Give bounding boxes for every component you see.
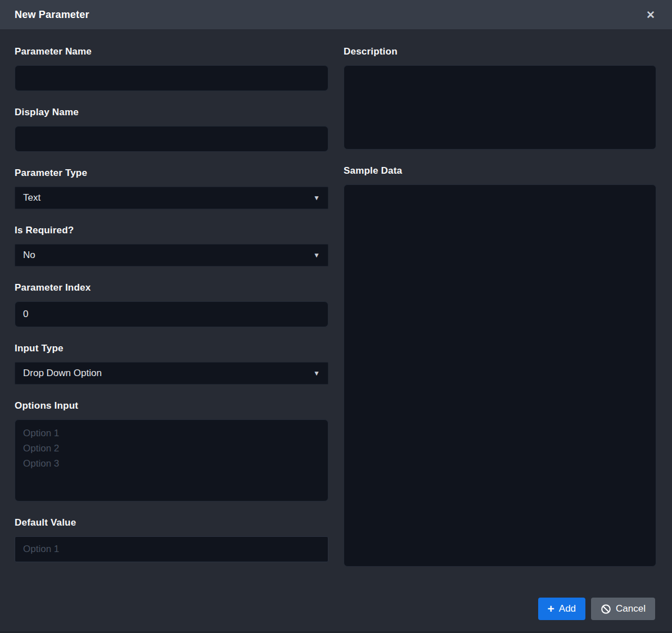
field-group-sample-data: Sample Data	[344, 165, 656, 567]
add-button[interactable]: + Add	[538, 598, 586, 620]
parameter-type-select[interactable]: Text ▼	[15, 187, 328, 209]
options-input-label: Options Input	[15, 400, 328, 412]
dialog-body: Parameter Name Display Name Parameter Ty…	[0, 29, 672, 567]
field-group-display-name: Display Name	[15, 107, 328, 152]
default-value-label: Default Value	[15, 517, 328, 528]
parameter-name-label: Parameter Name	[15, 46, 328, 57]
display-name-input[interactable]	[15, 126, 328, 152]
sample-data-label: Sample Data	[344, 165, 656, 177]
default-value-input[interactable]	[15, 536, 328, 562]
parameter-name-input[interactable]	[15, 65, 328, 91]
display-name-label: Display Name	[15, 107, 328, 118]
parameter-type-value: Text	[23, 192, 40, 204]
field-group-is-required: Is Required? No ▼	[15, 225, 328, 266]
input-type-label: Input Type	[15, 343, 328, 354]
chevron-down-icon: ▼	[313, 369, 320, 377]
input-type-value: Drop Down Option	[23, 368, 102, 379]
field-group-options-input: Options Input	[15, 400, 328, 501]
plus-icon: +	[548, 603, 554, 614]
add-button-label: Add	[559, 603, 576, 614]
field-group-input-type: Input Type Drop Down Option ▼	[15, 343, 328, 385]
field-group-description: Description	[344, 46, 656, 150]
parameter-type-label: Parameter Type	[15, 168, 328, 179]
chevron-down-icon: ▼	[313, 194, 320, 202]
cancel-button-label: Cancel	[616, 603, 646, 614]
field-group-parameter-type: Parameter Type Text ▼	[15, 168, 328, 209]
close-icon[interactable]: ✕	[645, 8, 656, 21]
is-required-value: No	[23, 250, 35, 261]
ban-icon	[601, 604, 611, 614]
is-required-select[interactable]: No ▼	[15, 244, 328, 266]
chevron-down-icon: ▼	[313, 251, 320, 259]
dialog-header: New Parameter ✕	[0, 0, 672, 29]
field-group-parameter-index: Parameter Index	[15, 282, 328, 327]
field-group-default-value: Default Value	[15, 517, 328, 562]
options-input-textarea[interactable]	[15, 419, 328, 501]
cancel-button[interactable]: Cancel	[591, 598, 655, 620]
sample-data-textarea[interactable]	[344, 184, 656, 567]
new-parameter-dialog: New Parameter ✕ Parameter Name Display N…	[0, 0, 672, 633]
description-label: Description	[344, 46, 656, 57]
left-column: Parameter Name Display Name Parameter Ty…	[15, 46, 328, 567]
right-column: Description Sample Data	[344, 46, 656, 567]
input-type-select[interactable]: Drop Down Option ▼	[15, 362, 328, 385]
parameter-index-label: Parameter Index	[15, 282, 328, 293]
description-textarea[interactable]	[344, 65, 656, 150]
parameter-index-input[interactable]	[15, 301, 328, 327]
is-required-label: Is Required?	[15, 225, 328, 236]
dialog-footer: + Add Cancel	[0, 598, 672, 620]
field-group-parameter-name: Parameter Name	[15, 46, 328, 91]
dialog-title: New Parameter	[15, 9, 89, 21]
